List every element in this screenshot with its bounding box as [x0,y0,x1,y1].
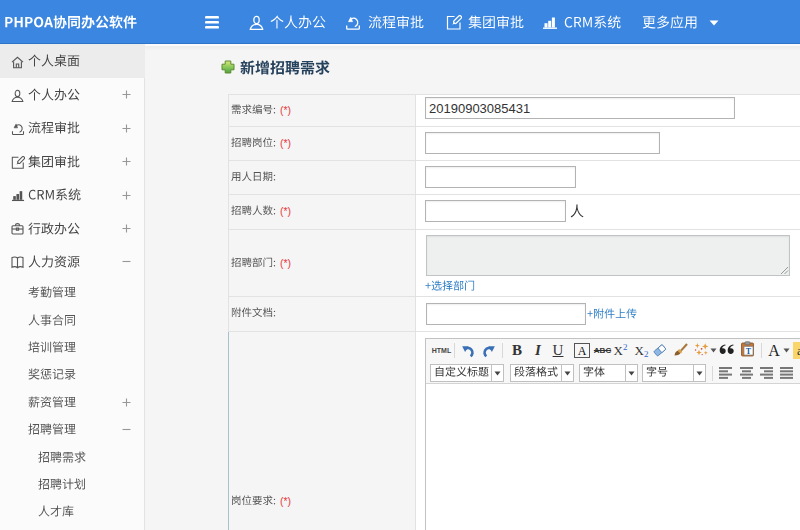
svg-text:T: T [746,347,752,356]
svg-text:A: A [578,344,587,358]
